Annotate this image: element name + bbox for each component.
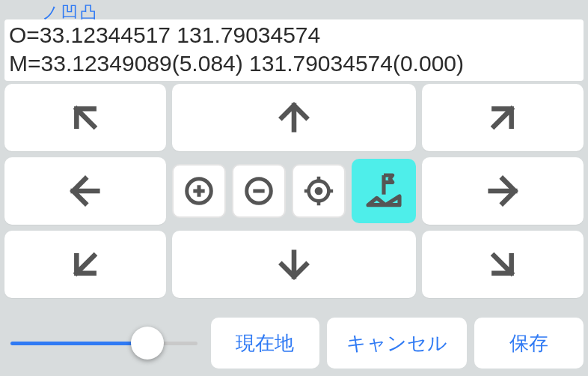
center-target-button[interactable] <box>292 164 346 218</box>
move-northeast-button[interactable] <box>422 84 584 151</box>
arrow-up-icon <box>273 97 315 139</box>
arrow-up-left-icon <box>64 97 106 139</box>
move-southeast-button[interactable] <box>422 231 584 298</box>
move-east-button[interactable] <box>422 157 584 225</box>
crosshair-icon <box>301 174 336 208</box>
arrow-down-left-icon <box>64 243 106 285</box>
arrow-right-icon <box>482 170 524 212</box>
zoom-out-button[interactable] <box>232 164 286 218</box>
zoom-in-button[interactable] <box>172 164 226 218</box>
arrow-up-right-icon <box>482 97 524 139</box>
flag-map-button[interactable] <box>352 159 416 223</box>
coordinate-readout: O=33.12344517 131.79034574 M=33.12349089… <box>4 19 584 81</box>
arrow-down-icon <box>273 243 315 285</box>
move-south-button[interactable] <box>172 231 416 298</box>
measured-coords: M=33.12349089(5.084) 131.79034574(0.000) <box>9 49 579 78</box>
move-north-button[interactable] <box>172 84 416 151</box>
minus-circle-icon <box>242 174 276 208</box>
move-west-button[interactable] <box>4 157 166 225</box>
direction-pad <box>4 84 584 298</box>
slider-thumb[interactable] <box>131 327 164 360</box>
arrow-left-icon <box>64 170 106 212</box>
move-southwest-button[interactable] <box>4 231 166 298</box>
arrow-down-right-icon <box>482 243 524 285</box>
current-location-button[interactable]: 現在地 <box>211 318 320 369</box>
cancel-button[interactable]: キャンセル <box>327 318 467 369</box>
svg-point-3 <box>316 189 321 193</box>
zoom-slider[interactable] <box>4 318 203 369</box>
plus-circle-icon <box>182 174 216 208</box>
move-northwest-button[interactable] <box>4 84 166 151</box>
save-button[interactable]: 保存 <box>474 318 584 369</box>
origin-coords: O=33.12344517 131.79034574 <box>9 21 579 49</box>
slider-track-fill <box>10 342 145 345</box>
flag-map-icon <box>363 170 405 212</box>
center-tools <box>172 157 416 225</box>
bottom-bar: 現在地 キャンセル 保存 <box>4 318 584 369</box>
